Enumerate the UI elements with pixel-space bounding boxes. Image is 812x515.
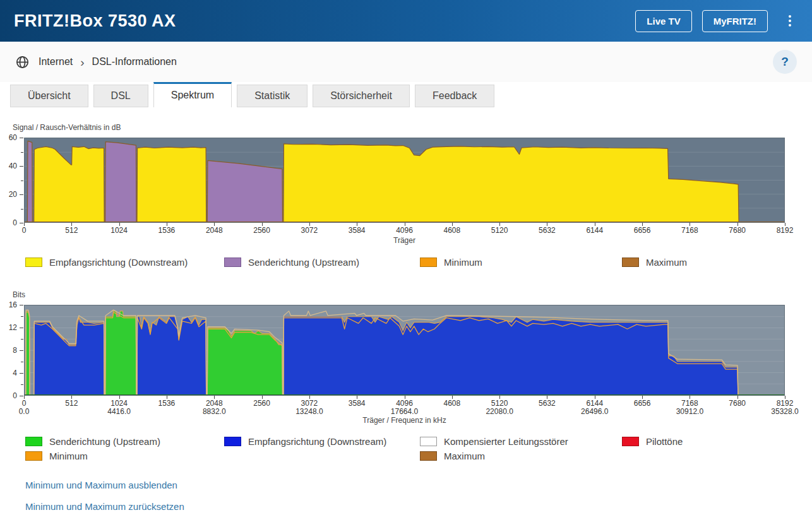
legend-label: Minimum	[444, 257, 482, 268]
x-tick-label: 5120	[491, 226, 508, 235]
y-tick-label: 0	[13, 218, 17, 227]
snr-x-axis: 0512102415362048256030723584409646085120…	[24, 223, 785, 235]
x-tick-label: 4608	[443, 226, 460, 235]
x-tick-label: 3584	[349, 226, 366, 235]
pilottoene-swatch	[622, 437, 639, 446]
legend-label: Maximum	[646, 257, 687, 268]
tab-spektrum[interactable]: Spektrum	[153, 82, 232, 107]
y-tick-label: 12	[9, 323, 17, 332]
bit-loading-canvas	[25, 305, 784, 395]
bits-x-axis-label: Träger / Frequenz in kHz	[24, 416, 785, 425]
x-tick-label: 4608	[443, 399, 460, 408]
x-tick-label: 5120	[491, 399, 508, 408]
maximum-swatch	[622, 258, 639, 267]
x-tick-label: 8192	[777, 399, 794, 408]
help-button[interactable]: ?	[773, 50, 797, 74]
snr-spectrum-canvas	[25, 138, 784, 222]
x-tick-label: 512	[65, 226, 78, 235]
x-tick-label: 2048	[206, 399, 223, 408]
legend-item-downstream: Empfangsrichtung (Downstream)	[25, 257, 188, 268]
y-tick-label: 60	[9, 133, 17, 142]
y-tick-label: 40	[9, 162, 17, 170]
tab-uebersicht[interactable]: Übersicht	[10, 85, 88, 107]
y-tick-label: 8	[13, 346, 17, 355]
legend-label: Senderichtung (Upstream)	[248, 257, 359, 268]
legend-label: Pilottöne	[646, 436, 683, 447]
x-tick-frequency-label: 30912.0	[676, 407, 703, 416]
y-tick-label: 16	[9, 300, 17, 309]
upstream-swatch	[224, 258, 241, 267]
maximum-swatch	[420, 451, 437, 461]
minimum-swatch	[420, 258, 437, 267]
overflow-menu-icon[interactable]	[782, 11, 798, 30]
y-tick	[20, 194, 23, 195]
legend-label: Empfangsrichtung (Downstream)	[49, 257, 188, 268]
y-tick	[20, 328, 23, 328]
app-title: FRITZ!Box 7530 AX	[14, 11, 625, 31]
y-tick	[20, 138, 23, 138]
y-tick-minor	[21, 339, 23, 340]
legend-label: Maximum	[444, 451, 485, 461]
y-tick	[20, 396, 23, 396]
y-tick-minor	[21, 209, 23, 210]
breadcrumb-separator: ›	[80, 56, 84, 68]
x-tick-label: 2560	[253, 399, 270, 408]
x-tick-label: 3584	[349, 399, 366, 408]
x-tick-label: 4096	[396, 399, 413, 408]
x-tick-label: 4096	[396, 226, 413, 235]
minimum-swatch	[25, 451, 42, 461]
myfritz-button[interactable]: MyFRITZ!	[702, 10, 768, 32]
x-tick-label: 1536	[158, 226, 176, 235]
breadcrumb-section[interactable]: Internet	[39, 56, 73, 68]
breadcrumb: Internet › DSL-Informationen ?	[0, 42, 812, 82]
x-tick-label: 7680	[729, 399, 746, 408]
x-tick-frequency-label: 35328.0	[771, 407, 798, 416]
x-tick-label: 7168	[681, 399, 698, 408]
live-tv-button[interactable]: Live TV	[635, 10, 691, 32]
x-tick-frequency-label: 26496.0	[581, 407, 608, 416]
snr-chart-section: Signal / Rausch-Verhältnis in dB 0204060…	[0, 123, 812, 271]
x-tick-label: 7680	[729, 226, 746, 235]
tab-statistik[interactable]: Statistik	[237, 85, 307, 107]
bits-chart-section: Bits 0481216 051210241536204825603072358…	[0, 290, 812, 465]
legend-label: Minimum	[49, 451, 88, 461]
y-tick	[20, 305, 23, 305]
bits-plot-area	[24, 305, 785, 396]
x-tick-label: 0	[22, 226, 27, 235]
x-tick-label: 2048	[206, 226, 223, 235]
hide-minmax-link[interactable]: Minimum und Maximum ausblenden	[25, 480, 812, 490]
tab-dsl[interactable]: DSL	[93, 85, 148, 107]
bits-chart-title: Bits	[13, 290, 812, 299]
breadcrumb-page: DSL-Informationen	[92, 56, 177, 68]
y-tick-minor	[21, 181, 23, 181]
bits-y-axis: 0481216	[0, 305, 23, 396]
snr-chart-title: Signal / Rausch-Verhältnis in dB	[13, 123, 812, 132]
x-tick-label: 6144	[586, 399, 603, 408]
y-tick	[20, 350, 23, 351]
bits-legend-row2: Minimum Maximum	[0, 451, 812, 465]
legend-item-minimum: Minimum	[25, 451, 88, 461]
downstream-swatch	[25, 258, 42, 267]
snr-plot-area	[24, 138, 785, 223]
x-tick-label: 1024	[110, 226, 128, 235]
x-tick-label: 512	[65, 399, 78, 408]
legend-label: Empfangsrichtung (Downstream)	[248, 436, 386, 447]
x-tick-frequency-label: 22080.0	[486, 407, 513, 416]
y-tick-label: 20	[9, 190, 17, 199]
y-tick	[20, 166, 23, 167]
bits-legend-row1: Senderichtung (Upstream) Empfangsrichtun…	[0, 436, 812, 451]
x-tick-label: 5632	[539, 226, 556, 235]
actions: Minimum und Maximum ausblenden Minimum u…	[25, 480, 812, 512]
x-tick-label: 5632	[539, 399, 556, 408]
reset-minmax-link[interactable]: Minimum und Maximum zurücksetzen	[25, 501, 812, 512]
x-tick-label: 7168	[681, 226, 698, 235]
tab-feedback[interactable]: Feedback	[415, 85, 494, 107]
tab-stoersicherheit[interactable]: Störsicherheit	[313, 85, 410, 107]
y-tick	[20, 373, 23, 374]
app-header: FRITZ!Box 7530 AX Live TV MyFRITZ!	[0, 0, 812, 42]
x-tick-label: 0	[22, 399, 27, 408]
x-tick-frequency-label: 0.0	[19, 407, 30, 416]
y-tick-minor	[21, 384, 23, 385]
x-tick-label: 1024	[110, 399, 128, 408]
x-tick-label: 6656	[634, 226, 651, 235]
